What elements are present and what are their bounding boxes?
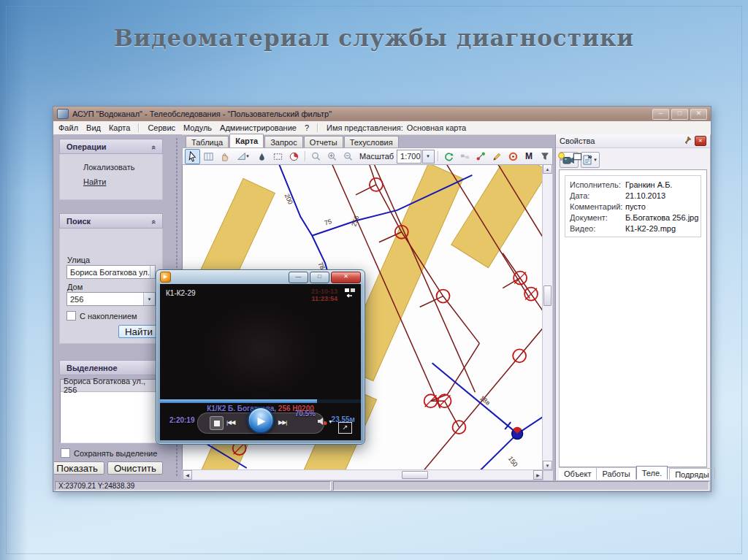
find-link[interactable]: Найти [60,172,162,186]
scroll-right-icon[interactable]: ▶ [533,470,543,480]
menu-item-help[interactable]: ? [305,123,309,132]
pip-icon[interactable] [345,288,356,299]
lightbulb-icon [556,151,567,162]
property-row[interactable]: Комментарий: пусто [570,201,696,212]
menu-item-module[interactable]: Модуль [183,123,212,132]
lamp-button[interactable] [554,149,569,164]
property-row[interactable]: Дата: 21.10.2013 [570,190,696,201]
player-maximize-button[interactable]: □ [310,272,329,283]
map-vertical-scrollbar[interactable]: ▲ ▼ [542,164,553,471]
measure-button[interactable]: ▼ [233,149,253,164]
video-player-window[interactable]: ▶ — □ ✕ К1-К2-29 21-10-13 11:23:54 К1/К2… [156,269,365,445]
pin-icon[interactable] [684,136,692,146]
pie-tool-button[interactable] [286,149,302,164]
scrollbar-thumb[interactable] [402,471,428,479]
zoom-window-button[interactable] [308,149,324,164]
zoom-in-button[interactable] [324,149,340,164]
group-search[interactable]: Поиск « [59,213,163,229]
list-item[interactable]: Бориса Богаткова ул., 256 [61,380,161,392]
rtab-works[interactable]: Работы [597,468,636,480]
scrollbar-thumb[interactable] [543,285,552,306]
property-row[interactable]: Исполнитель: Гранкин А.Б. [570,179,696,190]
menu-item-admin[interactable]: Администрирование [220,123,297,132]
zoom-out-button[interactable] [340,149,356,164]
maximize-button[interactable]: □ [671,109,688,120]
previous-button[interactable]: |◀◀ [226,419,234,426]
funnel-button[interactable] [538,149,553,164]
fullscreen-button[interactable]: ↗ [338,422,352,434]
accumulate-checkbox[interactable] [66,311,76,321]
edit-button[interactable] [489,149,505,164]
link-objects-button[interactable] [457,149,473,164]
pan-hand-button[interactable] [217,149,232,164]
property-row[interactable]: Документ: Б.Богаткова 256.jpg [570,212,696,223]
panel-close-icon[interactable]: ✕ [695,136,706,146]
property-row[interactable]: Видео: К1-К2-29.mpg [570,223,696,234]
player-titlebar[interactable]: ▶ — □ ✕ [156,270,365,284]
group-search-title: Поиск [66,217,91,226]
scroll-down-icon[interactable]: ▼ [543,461,552,470]
play-button[interactable]: ▶ [247,407,274,434]
accumulate-label: С накоплением [80,312,137,321]
frame-button[interactable] [570,149,585,164]
player-minimize-button[interactable]: — [289,272,308,283]
menu-item-map[interactable]: Карта [109,123,130,132]
house-value: 256 [70,295,83,304]
selection-listbox[interactable]: Бориса Богаткова ул., 256 [60,379,162,443]
menu-separator [138,123,140,132]
map-horizontal-scrollbar[interactable]: ◀ ▶ [182,469,543,480]
select-cursor-button[interactable] [185,149,200,164]
search-find-button[interactable]: Найти [118,325,159,338]
show-button[interactable]: Показать [54,461,104,475]
tab-table[interactable]: Таблица [186,136,229,147]
menu-item-service[interactable]: Сервис [148,123,175,132]
properties-title: Свойства [560,137,595,145]
view-name-value[interactable]: Основная карта [407,123,466,132]
clear-button[interactable]: Очистить [107,461,163,475]
map-sheet-icon [203,151,214,162]
menu-item-file[interactable]: Файл [58,123,78,132]
rtab-tele[interactable]: Теле. [636,466,668,480]
tab-techconditions[interactable]: Техусловия [344,136,399,147]
chevron-down-icon[interactable]: ▼ [150,266,156,278]
video-progress-bar[interactable] [160,399,361,403]
street-combo[interactable]: Бориса Богаткова ул. ▼ [66,265,156,279]
ink-tool-button[interactable] [254,149,270,164]
rtab-object[interactable]: Объект [559,468,597,480]
target-button[interactable] [505,149,521,164]
group-selection[interactable]: Выделенное [59,360,163,375]
building [451,164,543,268]
keep-selection-checkbox[interactable] [61,448,70,458]
scale-dropdown-button[interactable]: ▼ [422,150,435,164]
toolbar-overflow-button[interactable]: » [586,152,595,161]
collapse-chevron-icon[interactable]: « [150,219,159,222]
tab-query[interactable]: Запрос [264,136,302,147]
scale-combo[interactable]: 1:700 [397,150,421,164]
menu-item-view[interactable]: Вид [86,123,101,132]
house-combo[interactable]: 256 ▼ [66,292,156,306]
tab-reports[interactable]: Отчеты [304,136,343,147]
player-close-button[interactable]: ✕ [331,272,361,283]
marker-m-button[interactable]: M [522,149,537,164]
tab-map[interactable]: Карта [229,134,264,147]
app-titlebar[interactable]: АСУП "Водоканал" - Телеобследования - "П… [53,107,711,122]
property-label: Видео: [570,224,625,233]
rtab-contracts[interactable]: Подряды [669,468,714,480]
localize-link[interactable]: Локализовать [60,154,162,172]
collapse-chevron-icon[interactable]: « [150,145,159,147]
chevron-down-icon[interactable]: ▼ [143,293,155,305]
map-sheet-button[interactable] [201,149,216,164]
selected-node[interactable] [512,427,523,440]
stop-button[interactable] [210,416,224,430]
scroll-left-icon[interactable]: ◀ [183,470,192,480]
scroll-up-icon[interactable]: ▲ [543,164,552,174]
select-rect-button[interactable] [270,149,286,164]
video-screen[interactable]: К1-К2-29 21-10-13 11:23:54 К1/К2 Б. Бога… [160,284,361,440]
refresh-button[interactable] [441,149,457,164]
close-button[interactable]: ✕ [690,109,707,120]
operations-box: Локализовать Найти [59,154,163,200]
group-operations[interactable]: Операции « [59,139,163,154]
next-button[interactable]: ▶▶| [278,419,286,426]
route-button[interactable] [473,149,489,164]
minimize-button[interactable]: – [652,109,669,120]
